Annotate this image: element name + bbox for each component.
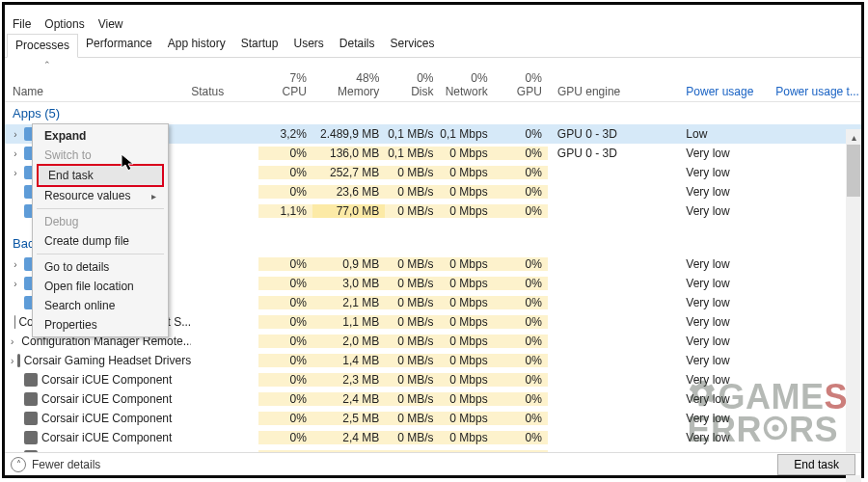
ctx-resource-values[interactable]: Resource values▸ [35, 186, 166, 205]
expand-icon[interactable]: › [11, 129, 20, 140]
cell-disk: 0 MB/s [385, 373, 439, 387]
cell-network: 0 Mbps [440, 185, 494, 199]
tab-users[interactable]: Users [285, 33, 331, 57]
ctx-end-task[interactable]: End task [39, 166, 162, 185]
scroll-thumb[interactable] [847, 145, 860, 197]
cell-gpu: 0% [494, 185, 548, 199]
cell-gpu: 0% [494, 335, 548, 348]
expand-icon[interactable]: › [11, 148, 20, 159]
cell-power-usage: Low [678, 127, 768, 141]
cell-disk: 0 MB/s [385, 315, 439, 329]
cell-network: 0,1 Mbps [440, 127, 494, 141]
cell-disk: 0 MB/s [385, 354, 439, 367]
ctx-go-to-details[interactable]: Go to details [35, 257, 166, 277]
col-memory[interactable]: 48%Memory [312, 71, 385, 98]
cell-gpu: 0% [494, 204, 548, 218]
col-status[interactable]: Status [191, 85, 258, 98]
cell-memory: 252,7 MB [312, 166, 385, 179]
cell-gpu: 0% [494, 392, 548, 406]
cell-memory: 1,1 MB [312, 315, 385, 329]
ctx-switch-to: Switch to [35, 146, 166, 165]
cell-memory: 3,0 MB [312, 277, 385, 290]
menu-view[interactable]: View [98, 17, 123, 31]
cell-cpu: 3,2% [258, 127, 312, 141]
cell-memory: 2,4 MB [312, 431, 385, 444]
cell-memory: 2,1 MB [312, 296, 385, 309]
col-network[interactable]: 0%Network [440, 71, 494, 98]
tab-startup[interactable]: Startup [233, 33, 286, 57]
cell-cpu: 1,1% [258, 204, 312, 218]
cell-power-usage: Very low [678, 147, 768, 160]
col-name[interactable]: Name [5, 85, 191, 98]
cell-memory: 2,5 MB [312, 412, 385, 425]
cell-memory: 2,4 MB [312, 392, 385, 406]
expand-icon[interactable]: › [11, 168, 20, 178]
cell-power-usage: Very low [678, 392, 768, 406]
tab-app-history[interactable]: App history [160, 33, 233, 57]
cell-network: 0 Mbps [440, 335, 494, 348]
table-row[interactable]: Corsair iCUE Component0%2,3 MB0 MB/s0 Mb… [5, 370, 861, 389]
tab-processes[interactable]: Processes [7, 34, 78, 58]
app-icon [24, 373, 38, 387]
col-gpu[interactable]: 0%GPU [494, 71, 548, 98]
bottom-bar: ˄ Fewer details End task [5, 452, 861, 475]
cell-network: 0 Mbps [440, 147, 494, 160]
cell-disk: 0 MB/s [385, 392, 439, 406]
tab-performance[interactable]: Performance [78, 33, 160, 57]
process-grid: ▴ ▾ Apps (5) ›Google Chrome (25)3,2%2.48… [5, 102, 861, 482]
cell-disk: 0 MB/s [385, 431, 439, 444]
col-cpu[interactable]: 7%CPU [258, 71, 312, 98]
table-row[interactable]: Corsair iCUE Component0%2,4 MB0 MB/s0 Mb… [5, 428, 861, 447]
table-row[interactable]: Corsair iCUE Component0%2,5 MB0 MB/s0 Mb… [5, 409, 861, 428]
menu-file[interactable]: File [13, 17, 31, 31]
cell-disk: 0,1 MB/s [385, 127, 439, 141]
table-row[interactable]: Corsair iCUE Component0%2,4 MB0 MB/s0 Mb… [5, 389, 861, 409]
col-gpu-engine[interactable]: GPU engine [548, 85, 678, 98]
chevron-right-icon: ▸ [151, 191, 156, 201]
fewer-details-button[interactable]: ˄ Fewer details [11, 457, 100, 472]
process-name: Corsair Gaming Headset Drivers [24, 354, 191, 367]
ctx-open-file-location[interactable]: Open file location [35, 277, 166, 296]
group-apps[interactable]: Apps (5) [5, 102, 861, 124]
tab-details[interactable]: Details [332, 33, 383, 57]
col-disk[interactable]: 0%Disk [385, 71, 439, 98]
context-menu: Expand Switch to End task Resource value… [32, 123, 169, 337]
cell-memory: 23,6 MB [312, 185, 385, 199]
cell-power-usage: Very low [678, 373, 768, 387]
scroll-down-icon[interactable]: ▾ [846, 476, 861, 482]
col-power-usage-trend[interactable]: Power usage t... [768, 85, 861, 98]
scroll-up-icon[interactable]: ▴ [846, 129, 861, 145]
cell-cpu: 0% [258, 257, 312, 271]
end-task-button[interactable]: End task [777, 454, 855, 475]
ctx-separator [37, 208, 164, 209]
vertical-scrollbar[interactable]: ▴ ▾ [846, 129, 861, 482]
cell-gpu: 0% [494, 277, 548, 290]
col-power-usage[interactable]: Power usage [678, 85, 768, 98]
table-row[interactable]: ›Corsair Gaming Headset Drivers0%1,4 MB0… [5, 351, 861, 370]
expand-icon[interactable]: › [11, 259, 20, 270]
ctx-properties[interactable]: Properties [35, 315, 166, 335]
cell-network: 0 Mbps [440, 204, 494, 218]
ctx-separator [37, 254, 164, 254]
ctx-create-dump[interactable]: Create dump file [35, 231, 166, 251]
expand-icon[interactable]: › [11, 336, 14, 347]
cell-disk: 0 MB/s [385, 257, 439, 271]
expand-icon[interactable]: › [11, 356, 14, 366]
cell-gpu-engine: GPU 0 - 3D [548, 147, 678, 160]
cell-gpu: 0% [494, 315, 548, 329]
cell-network: 0 Mbps [440, 166, 494, 179]
cell-cpu: 0% [258, 166, 312, 179]
menu-options[interactable]: Options [44, 17, 84, 31]
tab-services[interactable]: Services [383, 33, 443, 57]
cell-cpu: 0% [258, 431, 312, 444]
expand-icon[interactable]: › [11, 279, 20, 289]
cell-cpu: 0% [258, 296, 312, 309]
cell-network: 0 Mbps [440, 277, 494, 290]
cell-power-usage: Very low [678, 315, 768, 329]
tab-bar: Processes Performance App history Startu… [5, 33, 861, 58]
ctx-expand[interactable]: Expand [35, 126, 166, 146]
ctx-search-online[interactable]: Search online [35, 296, 166, 315]
cell-disk: 0 MB/s [385, 166, 439, 179]
cell-memory: 2,0 MB [312, 335, 385, 348]
app-icon [24, 412, 38, 425]
